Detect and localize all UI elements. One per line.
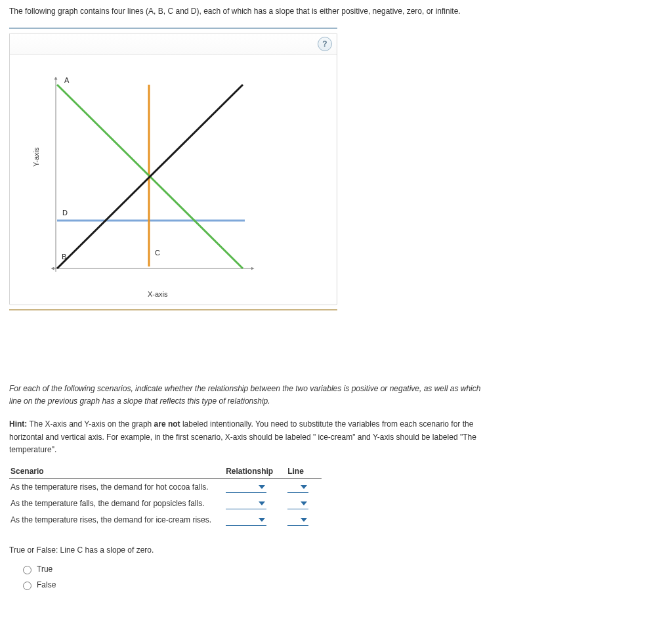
scenario-table: Scenario Relationship Line As the temper… [9,464,322,528]
graph-svg [10,55,338,305]
table-row: As the temperature rises, the demand for… [9,479,322,496]
scenario-cell: As the temperature falls, the demand for… [9,496,224,512]
graph-area: Y-axis X-axis A B C D [10,55,337,305]
hint-paragraph: Hint: The X-axis and Y-axis on the graph… [9,418,482,456]
hint-text-1: The X-axis and Y-axis on the graph [27,419,154,429]
caret-down-icon [259,485,265,489]
radio-false[interactable] [23,582,32,590]
true-label: True [37,564,52,574]
caret-down-icon [301,518,307,522]
separator-bottom [9,309,337,310]
relationship-dropdown[interactable] [226,515,266,526]
line-dropdown[interactable] [287,482,308,493]
scenario-cell: As the temperature rises, the demand for… [9,479,224,496]
false-option[interactable]: False [20,580,482,590]
caret-down-icon [301,501,307,505]
help-button[interactable]: ? [318,37,332,51]
hint-bold: are not [154,419,180,429]
true-false-question: True or False: Line C has a slope of zer… [9,545,482,555]
table-row: As the temperature rises, the demand for… [9,512,322,528]
caret-down-icon [259,501,265,505]
radio-true[interactable] [23,566,32,574]
line-dropdown[interactable] [287,498,308,509]
col-scenario: Scenario [9,464,224,479]
scenario-cell: As the temperature rises, the demand for… [9,512,224,528]
separator-top [9,28,337,29]
caret-down-icon [301,485,307,489]
true-option[interactable]: True [20,564,482,574]
relationship-dropdown[interactable] [226,498,266,509]
hint-label: Hint: [9,419,27,429]
caret-down-icon [259,518,265,522]
table-row: As the temperature falls, the demand for… [9,496,322,512]
graph-panel-header: ? [10,33,337,55]
intro-text: The following graph contains four lines … [9,7,663,16]
col-relationship: Relationship [224,464,286,479]
relationship-dropdown[interactable] [226,482,266,493]
scenario-prompt: For each of the following scenarios, ind… [9,383,482,408]
false-label: False [37,580,56,589]
help-icon: ? [322,39,327,49]
line-dropdown[interactable] [287,515,308,526]
graph-panel: ? Y-axis X-axis A B C D [9,33,337,305]
col-line: Line [286,464,322,479]
